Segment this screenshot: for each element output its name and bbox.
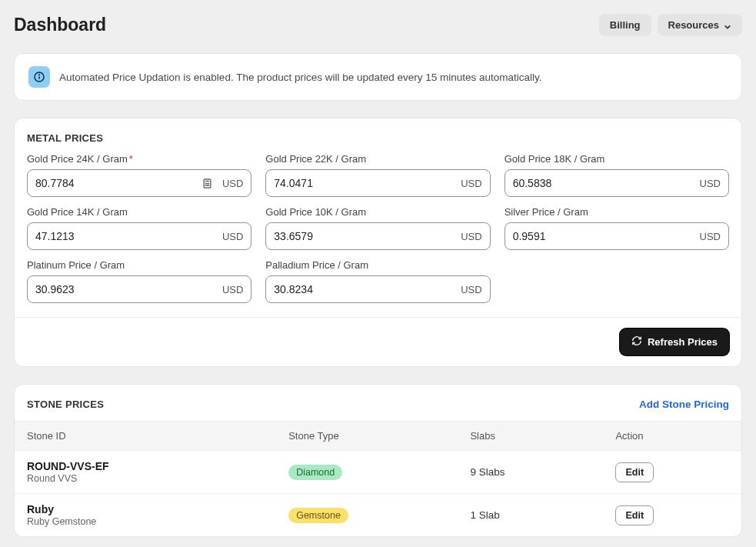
svg-point-6	[207, 183, 208, 184]
metal-prices-card: METAL PRICES Gold Price 24K / Gram* USD …	[14, 118, 742, 367]
gold10-input-wrap[interactable]: USD	[265, 222, 490, 250]
silver-input-wrap[interactable]: USD	[505, 222, 729, 250]
silver-label: Silver Price / Gram	[505, 206, 729, 218]
info-banner: Automated Price Updation is enabled. The…	[15, 54, 741, 100]
gold22-label: Gold Price 22K / Gram	[265, 153, 490, 165]
refresh-label: Refresh Prices	[648, 336, 718, 348]
field-gold14: Gold Price 14K / Gram USD	[27, 206, 251, 250]
field-gold10: Gold Price 10K / Gram USD	[265, 206, 490, 250]
palladium-input-wrap[interactable]: USD	[265, 275, 490, 303]
metal-card-footer: Refresh Prices	[15, 317, 741, 366]
gold10-label: Gold Price 10K / Gram	[265, 206, 490, 218]
gold14-label: Gold Price 14K / Gram	[27, 206, 251, 218]
gold22-input-wrap[interactable]: USD	[265, 169, 490, 197]
gold24-label: Gold Price 24K / Gram*	[27, 153, 251, 165]
platinum-unit: USD	[222, 284, 243, 295]
gold24-input[interactable]	[35, 177, 201, 189]
gold24-input-wrap[interactable]: USD	[27, 169, 251, 197]
gold24-unit: USD	[222, 178, 243, 189]
table-row: ROUND-VVS-EF Round VVS Diamond 9 Slabs E…	[15, 451, 741, 494]
svg-point-2	[39, 75, 40, 75]
svg-point-7	[208, 183, 209, 184]
platinum-input-wrap[interactable]: USD	[27, 275, 251, 303]
palladium-label: Palladium Price / Gram	[265, 259, 490, 271]
stone-id: Ruby	[27, 503, 264, 515]
stone-prices-heading: STONE PRICES	[27, 399, 104, 410]
header: Dashboard Billing Resources	[14, 14, 742, 36]
gold18-label: Gold Price 18K / Gram	[505, 153, 729, 165]
svg-point-10	[208, 185, 209, 185]
calculator-icon	[201, 178, 213, 189]
field-platinum: Platinum Price / Gram USD	[27, 259, 251, 303]
stone-id: ROUND-VVS-EF	[27, 460, 264, 472]
field-silver: Silver Price / Gram USD	[505, 206, 729, 250]
gold18-unit: USD	[700, 178, 721, 189]
svg-point-5	[205, 183, 206, 184]
stone-type-chip: Diamond	[288, 465, 342, 480]
palladium-input[interactable]	[274, 283, 456, 295]
col-stone-type: Stone Type	[276, 422, 458, 451]
svg-point-9	[207, 185, 208, 185]
field-gold22: Gold Price 22K / Gram USD	[265, 153, 490, 197]
add-stone-pricing-link[interactable]: Add Stone Pricing	[639, 399, 729, 410]
edit-button[interactable]: Edit	[615, 462, 654, 482]
gold10-unit: USD	[461, 231, 481, 242]
silver-input[interactable]	[513, 230, 695, 242]
col-stone-id: Stone ID	[15, 422, 276, 451]
field-gold24: Gold Price 24K / Gram* USD	[27, 153, 251, 197]
platinum-input[interactable]	[35, 283, 218, 295]
info-banner-text: Automated Price Updation is enabled. The…	[59, 72, 542, 83]
metal-prices-heading: METAL PRICES	[15, 118, 741, 153]
gold14-unit: USD	[222, 231, 243, 242]
header-actions: Billing Resources	[599, 14, 742, 36]
gold22-input[interactable]	[274, 177, 456, 189]
table-row: Ruby Ruby Gemstone Gemstone 1 Slab Edit	[15, 494, 741, 537]
gold18-input[interactable]	[513, 177, 695, 189]
stone-type-chip: Gemstone	[288, 508, 348, 523]
field-palladium: Palladium Price / Gram USD	[265, 259, 490, 303]
metal-prices-grid: Gold Price 24K / Gram* USD Gold Price 22…	[15, 153, 741, 317]
platinum-label: Platinum Price / Gram	[27, 259, 251, 271]
resources-label: Resources	[668, 19, 719, 31]
silver-unit: USD	[700, 231, 721, 242]
gold18-input-wrap[interactable]: USD	[505, 169, 729, 197]
page-title: Dashboard	[14, 15, 106, 35]
edit-button[interactable]: Edit	[615, 505, 654, 525]
refresh-icon	[631, 335, 642, 349]
stone-prices-card: STONE PRICES Add Stone Pricing Stone ID …	[14, 384, 742, 537]
info-icon	[28, 66, 50, 88]
gold14-input[interactable]	[35, 230, 218, 242]
gold22-unit: USD	[461, 178, 481, 189]
field-gold18: Gold Price 18K / Gram USD	[505, 153, 729, 197]
billing-label: Billing	[610, 19, 641, 31]
svg-point-8	[205, 185, 206, 185]
refresh-prices-button[interactable]: Refresh Prices	[620, 329, 729, 355]
stone-table: Stone ID Stone Type Slabs Action ROUND-V…	[15, 421, 741, 536]
stone-slabs: 9 Slabs	[458, 451, 603, 494]
stone-slabs: 1 Slab	[458, 494, 603, 537]
stone-sub: Round VVS	[27, 473, 264, 484]
resources-button[interactable]: Resources	[658, 14, 742, 36]
palladium-unit: USD	[461, 284, 481, 295]
info-banner-card: Automated Price Updation is enabled. The…	[14, 53, 742, 101]
chevron-down-icon	[724, 22, 731, 29]
billing-button[interactable]: Billing	[599, 14, 651, 36]
gold10-input[interactable]	[274, 230, 456, 242]
gold14-input-wrap[interactable]: USD	[27, 222, 251, 250]
stone-header-row: Stone ID Stone Type Slabs Action	[15, 422, 741, 451]
col-action: Action	[603, 422, 741, 451]
col-slabs: Slabs	[458, 422, 603, 451]
stone-sub: Ruby Gemstone	[27, 516, 264, 527]
stone-section-row: STONE PRICES Add Stone Pricing	[15, 385, 741, 421]
